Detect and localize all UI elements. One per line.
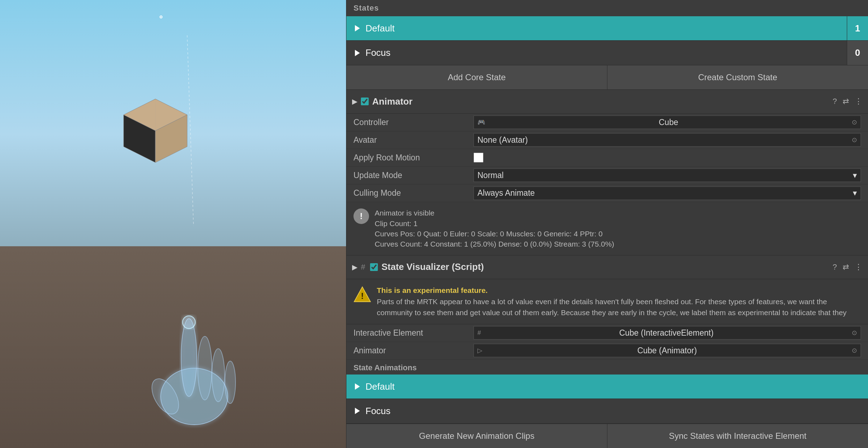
states-section-header: States: [346, 0, 868, 16]
state-visualizer-fold-arrow[interactable]: ▶: [352, 263, 357, 271]
state-default-badge: 1: [847, 16, 868, 40]
culling-mode-field[interactable]: Always Animate ▾: [474, 187, 861, 200]
add-core-state-button[interactable]: Add Core State: [346, 65, 607, 89]
animator-settings-icon[interactable]: ⇄: [843, 97, 849, 106]
state-row-focus[interactable]: Focus 0: [346, 41, 868, 65]
state-visualizer-animator-row: Animator ▷ Cube (Animator) ⊙: [346, 342, 868, 360]
animator-component-title: Animator: [372, 96, 829, 107]
generate-animation-clips-button[interactable]: Generate New Animation Clips: [346, 424, 607, 448]
create-custom-state-button[interactable]: Create Custom State: [607, 65, 868, 89]
interactive-element-select-icon[interactable]: ⊙: [852, 329, 857, 337]
animator-enabled-checkbox[interactable]: [361, 98, 369, 105]
triangle-icon-default: [355, 25, 360, 31]
interactive-element-row: Interactive Element # Cube (InteractiveE…: [346, 324, 868, 342]
hand-object: [134, 287, 254, 430]
bottom-buttons-row: Generate New Animation Clips Sync States…: [346, 424, 868, 448]
svg-point-5: [181, 319, 197, 396]
update-mode-label: Update Mode: [353, 171, 474, 180]
animator-menu-icon[interactable]: ⋮: [855, 97, 862, 106]
culling-mode-value: Always Animate ▾: [474, 187, 861, 200]
avatar-label: Avatar: [353, 135, 474, 145]
state-visualizer-settings-icon[interactable]: ⇄: [843, 263, 849, 272]
state-visualizer-animator-label: Animator: [353, 346, 474, 355]
avatar-field[interactable]: None (Avatar) ⊙: [474, 133, 861, 147]
state-animations-label: State Animations: [346, 360, 868, 375]
animator-info-box: ! Animator is visible Clip Count: 1 Curv…: [346, 202, 868, 255]
state-visualizer-animator-field[interactable]: ▷ Cube (Animator) ⊙: [474, 344, 861, 357]
controller-value: 🎮 Cube ⊙: [474, 116, 861, 129]
state-animation-focus-label: Focus: [346, 406, 868, 417]
cursor-dot: [160, 16, 162, 18]
avatar-row: Avatar None (Avatar) ⊙: [346, 131, 868, 149]
info-circle-icon: !: [353, 208, 369, 224]
state-visualizer-animator-value: ▷ Cube (Animator) ⊙: [474, 344, 861, 357]
state-buttons-row: Add Core State Create Custom State: [346, 65, 868, 90]
state-default-label: Default: [346, 23, 847, 34]
state-visualizer-enabled-checkbox[interactable]: [370, 263, 378, 271]
animator-help-icon[interactable]: ?: [833, 97, 837, 106]
experimental-warning-text: This is an experimental feature. Parts o…: [377, 285, 861, 318]
animator-component-header: ▶ Animator ? ⇄ ⋮: [346, 90, 868, 113]
state-visualizer-help-icon[interactable]: ?: [833, 263, 837, 272]
update-mode-field[interactable]: Normal ▾: [474, 169, 861, 182]
hash-icon: #: [361, 263, 365, 272]
controller-icon: 🎮: [477, 118, 485, 126]
triangle-icon-anim-default: [355, 383, 360, 390]
warning-triangle-icon: !: [353, 285, 371, 303]
culling-mode-row: Culling Mode Always Animate ▾: [346, 184, 868, 202]
update-mode-chevron: ▾: [853, 171, 857, 180]
interactive-element-field[interactable]: # Cube (InteractiveElement) ⊙: [474, 326, 861, 340]
state-animation-default-row[interactable]: Default: [346, 375, 868, 399]
avatar-select-icon[interactable]: ⊙: [852, 136, 857, 144]
experimental-warning-body: Parts of the MRTK appear to have a lot o…: [377, 297, 846, 317]
apply-root-motion-value: [474, 153, 861, 163]
sync-states-button[interactable]: Sync States with Interactive Element: [607, 424, 868, 448]
culling-mode-label: Culling Mode: [353, 188, 474, 198]
cube-object: [117, 92, 194, 172]
controller-label: Controller: [353, 118, 474, 127]
state-animation-default-label: Default: [346, 381, 868, 392]
controller-row: Controller 🎮 Cube ⊙: [346, 114, 868, 131]
triangle-icon-focus: [355, 50, 360, 56]
state-focus-badge: 0: [847, 41, 868, 65]
apply-root-motion-checkbox[interactable]: [474, 153, 483, 163]
experimental-warning-box: ! This is an experimental feature. Parts…: [346, 279, 868, 324]
animator-info-text: Animator is visible Clip Count: 1 Curves…: [375, 208, 614, 249]
state-visualizer-component-actions: ? ⇄ ⋮: [833, 263, 862, 272]
interactive-element-value: # Cube (InteractiveElement) ⊙: [474, 326, 861, 340]
inspector-panel: States Default 1 Focus 0 Add Core State …: [346, 0, 868, 448]
svg-point-6: [198, 336, 212, 400]
viewport: [0, 0, 346, 448]
svg-text:!: !: [361, 291, 364, 301]
state-visualizer-component-header: ▶ # State Visualizer (Script) ? ⇄ ⋮: [346, 255, 868, 279]
avatar-value: None (Avatar) ⊙: [474, 133, 861, 147]
state-visualizer-animator-select-icon[interactable]: ⊙: [852, 347, 857, 354]
controller-field[interactable]: 🎮 Cube ⊙: [474, 116, 861, 129]
animator-fold-arrow[interactable]: ▶: [352, 97, 357, 106]
update-mode-value: Normal ▾: [474, 169, 861, 182]
update-mode-row: Update Mode Normal ▾: [346, 167, 868, 184]
state-animation-focus-row[interactable]: Focus: [346, 399, 868, 423]
culling-mode-chevron: ▾: [853, 188, 857, 198]
state-focus-label: Focus: [346, 47, 847, 58]
svg-point-7: [212, 349, 225, 402]
triangle-icon-anim-focus: [355, 408, 360, 414]
experimental-warning-title: This is an experimental feature.: [377, 285, 861, 296]
svg-point-8: [225, 361, 236, 403]
svg-point-10: [183, 316, 195, 329]
interactive-element-icon: #: [477, 329, 481, 337]
state-visualizer-menu-icon[interactable]: ⋮: [855, 263, 862, 272]
apply-root-motion-row: Apply Root Motion: [346, 149, 868, 167]
state-row-default[interactable]: Default 1: [346, 16, 868, 41]
state-visualizer-component-title: State Visualizer (Script): [381, 261, 829, 272]
apply-root-motion-label: Apply Root Motion: [353, 153, 474, 163]
controller-select-icon[interactable]: ⊙: [852, 118, 857, 126]
state-visualizer-animator-icon: ▷: [477, 347, 482, 354]
animator-component-actions: ? ⇄ ⋮: [833, 97, 862, 106]
interactive-element-label: Interactive Element: [353, 328, 474, 338]
